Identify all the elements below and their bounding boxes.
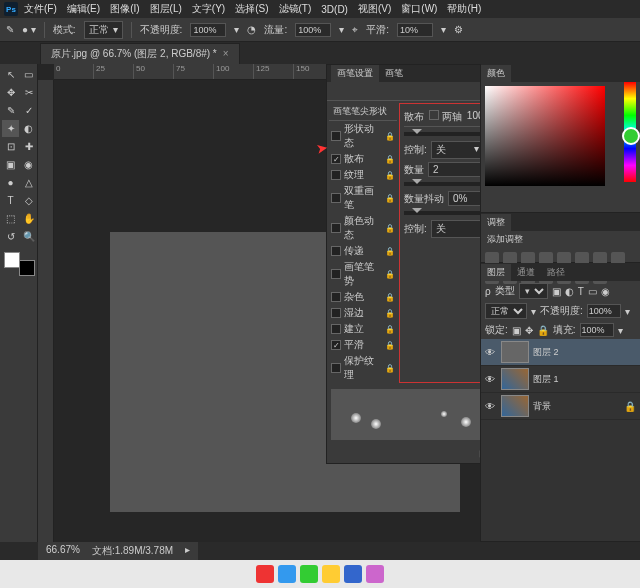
layer-row[interactable]: 👁图层 2: [481, 339, 640, 366]
jitter-control-select[interactable]: 关▾: [431, 220, 480, 238]
filter-icon[interactable]: ◐: [565, 286, 574, 297]
badge-icon: [366, 565, 384, 583]
hand-tool[interactable]: ✋: [20, 210, 37, 227]
pen-tool[interactable]: △: [20, 174, 37, 191]
tab-brush-settings[interactable]: 画笔设置: [331, 65, 379, 82]
tab-channels[interactable]: 通道: [511, 264, 541, 281]
document-tab[interactable]: 原片.jpg @ 66.7% (图层 2, RGB/8#) *×: [40, 43, 240, 64]
foreground-color[interactable]: [4, 252, 20, 268]
blur-tool[interactable]: ◉: [20, 156, 37, 173]
brush-option-1[interactable]: 散布🔒: [329, 151, 397, 167]
tab-adjustments[interactable]: 调整: [481, 214, 511, 231]
rotate-tool[interactable]: ↺: [2, 228, 19, 245]
flow-input[interactable]: [295, 23, 331, 37]
gradient-tool[interactable]: ▣: [2, 156, 19, 173]
type-tool[interactable]: T: [2, 192, 19, 209]
jitter-slider[interactable]: [404, 211, 480, 215]
menu-select[interactable]: 选择(S): [231, 0, 272, 18]
tab-brushes[interactable]: 画笔: [379, 65, 409, 82]
dodge-tool[interactable]: ●: [2, 174, 19, 191]
visibility-icon[interactable]: 👁: [485, 401, 497, 412]
smooth-input[interactable]: [397, 23, 433, 37]
airbrush-icon[interactable]: ⌖: [352, 24, 358, 36]
lasso-tool[interactable]: ✥: [2, 84, 19, 101]
pressure-icon[interactable]: ◔: [247, 24, 256, 35]
close-icon[interactable]: ×: [223, 48, 229, 59]
menu-layer[interactable]: 图层(L): [146, 0, 186, 18]
menu-filter[interactable]: 滤镜(T): [275, 0, 316, 18]
menu-help[interactable]: 帮助(H): [443, 0, 485, 18]
visibility-icon[interactable]: 👁: [485, 347, 497, 358]
crop-tool[interactable]: ✂: [20, 84, 37, 101]
brush-option-9[interactable]: 建立🔒: [329, 321, 397, 337]
eraser-tool[interactable]: ✚: [20, 138, 37, 155]
filter-icon[interactable]: T: [578, 286, 584, 297]
menu-3d[interactable]: 3D(D): [317, 2, 352, 17]
menu-type[interactable]: 文字(Y): [188, 0, 229, 18]
brush-tip-shape[interactable]: 画笔笔尖形状: [329, 103, 397, 121]
path-tool[interactable]: ◇: [20, 192, 37, 209]
zoom-level[interactable]: 66.67%: [46, 544, 80, 558]
color-swatch[interactable]: [2, 250, 37, 278]
marquee-tool[interactable]: ▭: [20, 66, 37, 83]
filter-icon[interactable]: ▭: [588, 286, 597, 297]
opacity-input[interactable]: [190, 23, 226, 37]
brush-option-10[interactable]: 平滑🔒: [329, 337, 397, 353]
lock-position-icon[interactable]: ✥: [525, 325, 533, 336]
status-bar: 66.67% 文档:1.89M/3.78M ▸: [38, 542, 198, 560]
stamp-tool[interactable]: ◐: [20, 120, 37, 137]
tab-layers[interactable]: 图层: [481, 264, 511, 281]
tab-paths[interactable]: 路径: [541, 264, 571, 281]
zoom-tool[interactable]: 🔍: [20, 228, 37, 245]
brush-tool[interactable]: ✦: [2, 120, 19, 137]
brush-option-5[interactable]: 传递🔒: [329, 243, 397, 259]
right-panels: 颜色 调整 添加调整 图层 通道 路径 ρ类型 ▾ ▣◐T▭◉: [480, 64, 640, 542]
visibility-icon[interactable]: 👁: [485, 374, 497, 385]
filter-icon[interactable]: ◉: [601, 286, 610, 297]
brush-option-3[interactable]: 双重画笔🔒: [329, 183, 397, 213]
brush-icon[interactable]: ✎: [6, 24, 14, 35]
lock-all-icon[interactable]: 🔒: [537, 325, 549, 336]
blend-mode-select[interactable]: 正常: [485, 303, 527, 319]
brush-option-6[interactable]: 画笔笔势🔒: [329, 259, 397, 289]
background-color[interactable]: [19, 260, 35, 276]
jitter-input[interactable]: 0%: [448, 191, 480, 206]
brush-option-2[interactable]: 纹理🔒: [329, 167, 397, 183]
menu-view[interactable]: 视图(V): [354, 0, 395, 18]
move-tool[interactable]: ↖: [2, 66, 19, 83]
gear-icon[interactable]: ⚙: [454, 24, 463, 35]
brush-preset[interactable]: ● ▾: [22, 24, 36, 35]
brush-option-8[interactable]: 湿边🔒: [329, 305, 397, 321]
menu-image[interactable]: 图像(I): [106, 0, 143, 18]
footer-badges: [0, 560, 640, 588]
filter-icon[interactable]: ▣: [552, 286, 561, 297]
layer-row[interactable]: 👁图层 1: [481, 366, 640, 393]
lock-pixels-icon[interactable]: ▣: [512, 325, 521, 336]
brush-option-4[interactable]: 颜色动态🔒: [329, 213, 397, 243]
scatter-control-select[interactable]: 关▾: [431, 141, 480, 159]
tab-color[interactable]: 颜色: [481, 65, 511, 82]
options-bar: ✎ ● ▾ 模式: 正常▾ 不透明度: ▾ ◔ 流量: ▾ ⌖ 平滑: ▾ ⚙: [0, 18, 640, 42]
brush-option-11[interactable]: 保护纹理🔒: [329, 353, 397, 383]
fill-input[interactable]: [580, 323, 614, 337]
menu-window[interactable]: 窗口(W): [397, 0, 441, 18]
color-picker[interactable]: [481, 82, 640, 212]
history-brush-tool[interactable]: ⊡: [2, 138, 19, 155]
layer-opacity-input[interactable]: [587, 304, 621, 318]
scatter-slider[interactable]: [404, 132, 480, 136]
menu-edit[interactable]: 编辑(E): [63, 0, 104, 18]
heal-tool[interactable]: ✓: [20, 102, 37, 119]
count-input[interactable]: 2: [428, 162, 480, 177]
new-preset-icon[interactable]: ⊞: [479, 448, 480, 459]
brush-option-7[interactable]: 杂色🔒: [329, 289, 397, 305]
brush-settings-panel: 画笔设置 画笔 ▸≡ 画笔 画笔笔尖形状 形状动态🔒散布🔒纹理🔒双重画笔🔒颜色动…: [326, 64, 480, 464]
eyedropper-tool[interactable]: ✎: [2, 102, 19, 119]
badge-icon: [300, 565, 318, 583]
mode-select[interactable]: 正常▾: [84, 21, 123, 39]
layer-row[interactable]: 👁背景🔒: [481, 393, 640, 420]
brush-option-0[interactable]: 形状动态🔒: [329, 121, 397, 151]
count-slider[interactable]: [404, 182, 480, 186]
layer-filter-select[interactable]: ▾: [519, 283, 548, 299]
shape-tool[interactable]: ⬚: [2, 210, 19, 227]
menu-file[interactable]: 文件(F): [20, 0, 61, 18]
